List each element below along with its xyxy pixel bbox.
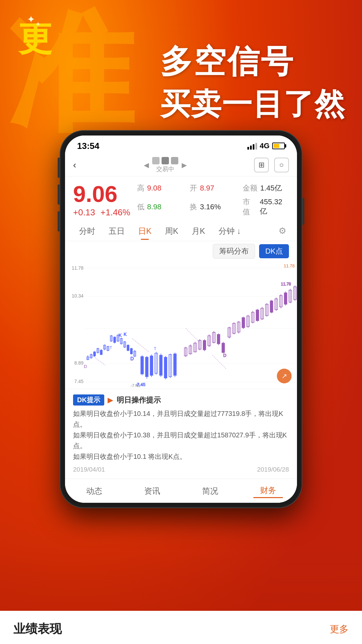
- below-phone-section: 业绩表现 更多: [0, 611, 362, 644]
- nav-caiwu[interactable]: 财务: [253, 484, 283, 498]
- chart-end-date: 2019/06/28: [257, 466, 289, 473]
- svg-rect-45: [130, 348, 132, 354]
- hero-line2: 买卖一目了然: [160, 84, 345, 125]
- price-turnover: 换 3.16%: [190, 196, 236, 218]
- price-high: 高 9.08: [137, 182, 183, 194]
- signal-bars: [247, 142, 257, 150]
- bottom-nav: 动态 资讯 简况 财务: [65, 479, 297, 503]
- price-change-pct: +1.46%: [101, 207, 130, 218]
- svg-rect-24: [100, 350, 102, 355]
- dk-hint-line2: 如果明日收盘价小于10.38，并且明日成交量超过1587027.9手，将出现K点…: [73, 430, 289, 451]
- svg-text:T: T: [110, 345, 112, 350]
- dk-hint-text: 如果明日收盘价小于10.14，并且明日成交量超过777319.8手，将出现K点。…: [73, 408, 289, 462]
- svg-text:10.34: 10.34: [72, 293, 83, 299]
- battery-icon: [272, 143, 285, 149]
- chart-area: 11.78 10.34 8.89 7.45 11.78 -7.45: [65, 261, 297, 389]
- svg-rect-34: [114, 337, 116, 342]
- company-dots: [152, 157, 178, 164]
- chart-tabs: 分时 五日 日K 周K 月K 分钟 ↓ ⚙: [65, 221, 297, 241]
- mktcap-value: 455.32亿: [260, 198, 289, 216]
- signal-bar-4: [255, 143, 257, 150]
- price-amount: 金额 1.45亿: [243, 182, 289, 194]
- dk-tag: DK提示: [73, 394, 104, 406]
- nav-prev-arrow[interactable]: ◀: [144, 161, 149, 169]
- back-button[interactable]: ‹: [73, 160, 76, 170]
- tab-fenshi[interactable]: 分时: [73, 223, 101, 239]
- price-section: 9.06 +0.13 +1.46% 高 9.08 开 8.97 金额 1.45: [65, 176, 297, 221]
- hero-line1: 多空信号: [160, 40, 345, 84]
- svg-text:11.78: 11.78: [72, 265, 83, 271]
- mktcap-label: 市值: [243, 197, 257, 217]
- nav-action-icons: ⊞ ○: [254, 158, 289, 172]
- svg-text:7.45: 7.45: [74, 379, 83, 384]
- high-label: 高: [137, 183, 144, 193]
- amount-label: 金额: [243, 183, 257, 193]
- dk-hint-header: DK提示 ▶ 明日操作提示: [73, 394, 289, 406]
- below-header: 业绩表现 更多: [13, 621, 349, 637]
- open-value: 8.97: [200, 184, 214, 193]
- price-change: +0.13 +1.46%: [73, 207, 130, 218]
- svg-rect-51: [141, 357, 143, 374]
- below-title: 业绩表现: [13, 621, 62, 637]
- company-dot-1: [152, 157, 160, 164]
- dk-hint-arrow: ▶: [108, 396, 113, 405]
- nav-title-block: 交易中: [152, 157, 178, 173]
- turnover-value: 3.16%: [200, 203, 221, 211]
- svg-line-13: [186, 328, 199, 342]
- svg-rect-77: [203, 340, 206, 350]
- trading-status: 交易中: [156, 165, 174, 173]
- nav-center: ◀ 交易中 ▶: [144, 157, 187, 173]
- svg-text:11.78: 11.78: [281, 282, 291, 286]
- chipmap-button[interactable]: 筹码分布: [213, 244, 255, 259]
- tab-wuri[interactable]: 五日: [103, 223, 131, 239]
- dk-hint-title: 明日操作提示: [117, 395, 161, 405]
- svg-rect-94: [242, 318, 245, 328]
- tab-fenzhong[interactable]: 分钟 ↓: [213, 223, 247, 239]
- chart-expand-button[interactable]: ↗: [277, 369, 292, 383]
- dk-dates: 2019/04/01 2019/06/28: [73, 466, 289, 473]
- chart-start-date: 2019/04/01: [73, 466, 105, 473]
- svg-text:D: D: [130, 356, 134, 361]
- svg-rect-83: [217, 334, 220, 344]
- svg-text:11.78: 11.78: [284, 263, 295, 268]
- chart-settings-icon[interactable]: ⊞: [254, 158, 269, 172]
- high-value: 9.08: [147, 184, 162, 193]
- svg-rect-65: [174, 354, 176, 375]
- tab-yuek[interactable]: 月K: [186, 223, 211, 239]
- svg-text:T: T: [154, 346, 157, 351]
- nav-next-arrow[interactable]: ▶: [182, 161, 187, 169]
- search-icon[interactable]: ○: [274, 158, 289, 172]
- svg-rect-112: [284, 293, 287, 304]
- price-value: 9.06: [73, 182, 130, 205]
- svg-rect-106: [270, 301, 273, 312]
- svg-line-12: [132, 338, 149, 352]
- dk-button[interactable]: DK点: [259, 244, 289, 258]
- low-label: 低: [137, 202, 144, 212]
- amount-value: 1.45亿: [260, 183, 282, 193]
- signal-bar-2: [250, 146, 252, 150]
- svg-rect-86: [222, 343, 225, 353]
- price-main: 9.06 +0.13 +1.46%: [73, 182, 130, 218]
- tab-zhouk[interactable]: 周K: [159, 223, 184, 239]
- svg-rect-53: [145, 357, 148, 377]
- svg-rect-20: [94, 352, 96, 356]
- nav-zixun[interactable]: 资讯: [137, 484, 167, 498]
- svg-text:-7.45: -7.45: [135, 382, 145, 387]
- phone-outer-shell: 13:54 4G ‹ ◀: [60, 131, 302, 507]
- sparkle-decoration: [27, 13, 47, 34]
- signal-bar-1: [247, 147, 249, 150]
- below-more-link[interactable]: 更多: [330, 623, 349, 636]
- chart-settings-tab-icon[interactable]: ⚙: [276, 224, 289, 238]
- tab-rik[interactable]: 日K: [132, 223, 158, 239]
- chart-buttons: 筹码分布 DK点: [65, 241, 297, 261]
- candlestick-chart: 11.78 10.34 8.89 7.45 11.78 -7.45: [65, 261, 297, 389]
- svg-text:8.89: 8.89: [74, 360, 83, 366]
- status-time: 13:54: [77, 141, 100, 151]
- open-label: 开: [190, 183, 197, 193]
- status-icons: 4G: [247, 142, 285, 150]
- dk-hint-section: DK提示 ▶ 明日操作提示 如果明日收盘价小于10.14，并且明日成交量超过77…: [65, 389, 297, 479]
- hero-text-block: 多空信号 买卖一目了然: [160, 40, 345, 125]
- nav-dongtai[interactable]: 动态: [79, 484, 109, 498]
- svg-line-11: [92, 355, 105, 365]
- nav-jiankuang[interactable]: 简况: [195, 484, 225, 498]
